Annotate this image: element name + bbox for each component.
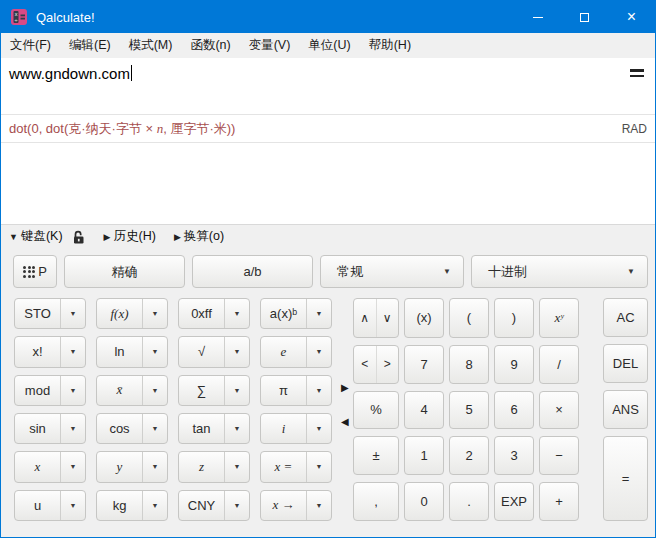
key-mean[interactable]: x̄▼ bbox=[96, 375, 168, 406]
close-button[interactable]: × bbox=[608, 1, 655, 33]
key-4[interactable]: 4 bbox=[404, 391, 444, 430]
equals-menu-icon[interactable] bbox=[630, 69, 644, 77]
key-exp[interactable]: EXP bbox=[494, 482, 534, 521]
dropdown-arrow-icon[interactable]: ▼ bbox=[60, 414, 85, 443]
dropdown-arrow-icon[interactable]: ▼ bbox=[60, 299, 85, 328]
menu-mode[interactable]: 模式(M) bbox=[120, 33, 182, 58]
key-multiply[interactable]: × bbox=[539, 391, 579, 430]
key-sum[interactable]: ∑▼ bbox=[178, 375, 250, 406]
menu-file[interactable]: 文件(F) bbox=[1, 33, 60, 58]
dropdown-arrow-icon[interactable]: ▼ bbox=[306, 491, 331, 520]
menu-variables[interactable]: 变量(V) bbox=[240, 33, 300, 58]
left-arrow-icon[interactable]: < bbox=[354, 346, 376, 383]
key-pi[interactable]: π▼ bbox=[260, 375, 332, 406]
key-tan[interactable]: tan▼ bbox=[178, 413, 250, 444]
key-power[interactable]: xʸ bbox=[539, 298, 579, 338]
key-0[interactable]: 0 bbox=[404, 482, 444, 521]
dropdown-arrow-icon[interactable]: ▼ bbox=[142, 491, 167, 520]
dropdown-arrow-icon[interactable]: ▼ bbox=[60, 376, 85, 405]
key-comma[interactable]: , bbox=[353, 482, 399, 521]
display-mode-dropdown[interactable]: 常规 ▼ bbox=[320, 255, 464, 288]
key-9[interactable]: 9 bbox=[494, 345, 534, 384]
keyboard-panel-toggle[interactable]: ▼ 键盘(K) bbox=[9, 228, 63, 245]
key-7[interactable]: 7 bbox=[404, 345, 444, 384]
key-close-paren[interactable]: ) bbox=[494, 298, 534, 338]
dropdown-arrow-icon[interactable]: ▼ bbox=[306, 414, 331, 443]
history-panel-toggle[interactable]: ▶ 历史(H) bbox=[104, 228, 156, 245]
dropdown-arrow-icon[interactable]: ▼ bbox=[224, 491, 249, 520]
dropdown-arrow-icon[interactable]: ▼ bbox=[224, 376, 249, 405]
key-sin[interactable]: sin▼ bbox=[14, 413, 86, 444]
number-base-dropdown[interactable]: 十进制 ▼ bbox=[471, 255, 648, 288]
key-mod[interactable]: mod▼ bbox=[14, 375, 86, 406]
key-open-paren[interactable]: ( bbox=[449, 298, 489, 338]
key-unit-u[interactable]: u▼ bbox=[14, 490, 86, 521]
dropdown-arrow-icon[interactable]: ▼ bbox=[224, 337, 249, 366]
dropdown-arrow-icon[interactable]: ▼ bbox=[306, 452, 331, 481]
dropdown-arrow-icon[interactable]: ▼ bbox=[60, 452, 85, 481]
down-arrow-icon[interactable]: ∨ bbox=[376, 299, 399, 337]
key-1[interactable]: 1 bbox=[404, 436, 444, 475]
dropdown-arrow-icon[interactable]: ▼ bbox=[60, 337, 85, 366]
key-sto[interactable]: STO▼ bbox=[14, 298, 86, 329]
key-3[interactable]: 3 bbox=[494, 436, 534, 475]
key-8[interactable]: 8 bbox=[449, 345, 489, 384]
key-decimal-point[interactable]: . bbox=[449, 482, 489, 521]
menu-edit[interactable]: 编辑(E) bbox=[60, 33, 120, 58]
dropdown-arrow-icon[interactable]: ▼ bbox=[142, 337, 167, 366]
maximize-button[interactable] bbox=[561, 1, 608, 33]
up-arrow-icon[interactable]: ∧ bbox=[354, 299, 376, 337]
key-percent[interactable]: % bbox=[353, 391, 399, 430]
menu-help[interactable]: 帮助(H) bbox=[360, 33, 420, 58]
dropdown-arrow-icon[interactable]: ▼ bbox=[224, 414, 249, 443]
dropdown-arrow-icon[interactable]: ▼ bbox=[224, 299, 249, 328]
key-unit-kg[interactable]: kg▼ bbox=[96, 490, 168, 521]
key-i[interactable]: i▼ bbox=[260, 413, 332, 444]
key-fx[interactable]: f(x)▼ bbox=[96, 298, 168, 329]
dropdown-arrow-icon[interactable]: ▼ bbox=[306, 337, 331, 366]
key-add[interactable]: + bbox=[539, 482, 579, 521]
convert-panel-toggle[interactable]: ▶ 换算(o) bbox=[174, 228, 224, 245]
key-parenthesize[interactable]: (x) bbox=[404, 298, 444, 338]
key-ln[interactable]: ln▼ bbox=[96, 336, 168, 367]
cursor-left-right-key[interactable]: < > bbox=[353, 345, 399, 384]
key-equals[interactable]: = bbox=[603, 436, 648, 521]
collapse-left-arrow-icon[interactable]: ◀ bbox=[341, 417, 349, 427]
dropdown-arrow-icon[interactable]: ▼ bbox=[306, 376, 331, 405]
key-ac[interactable]: AC bbox=[603, 298, 648, 337]
key-hex[interactable]: 0xff▼ bbox=[178, 298, 250, 329]
key-sqrt[interactable]: √▼ bbox=[178, 336, 250, 367]
dropdown-arrow-icon[interactable]: ▼ bbox=[142, 299, 167, 328]
menu-functions[interactable]: 函数(n) bbox=[181, 33, 239, 58]
fraction-mode-button[interactable]: a/b bbox=[192, 255, 313, 288]
dropdown-arrow-icon[interactable]: ▼ bbox=[142, 376, 167, 405]
key-2[interactable]: 2 bbox=[449, 436, 489, 475]
key-divide[interactable]: / bbox=[539, 345, 579, 384]
expand-right-arrow-icon[interactable]: ▶ bbox=[341, 383, 349, 393]
key-6[interactable]: 6 bbox=[494, 391, 534, 430]
key-x-equals[interactable]: x =▼ bbox=[260, 451, 332, 482]
expression-input[interactable]: www.gndown.com bbox=[1, 58, 655, 114]
key-ans[interactable]: ANS bbox=[603, 390, 648, 429]
minimize-button[interactable] bbox=[514, 1, 561, 33]
key-x[interactable]: x▼ bbox=[14, 451, 86, 482]
dropdown-arrow-icon[interactable]: ▼ bbox=[142, 452, 167, 481]
key-currency-cny[interactable]: CNY▼ bbox=[178, 490, 250, 521]
right-arrow-icon[interactable]: > bbox=[376, 346, 399, 383]
dropdown-arrow-icon[interactable]: ▼ bbox=[142, 414, 167, 443]
dropdown-arrow-icon[interactable]: ▼ bbox=[224, 452, 249, 481]
key-del[interactable]: DEL bbox=[603, 344, 648, 383]
cursor-up-down-key[interactable]: ∧ ∨ bbox=[353, 298, 399, 338]
key-plus-minus[interactable]: ± bbox=[353, 436, 399, 475]
key-power-base[interactable]: a(x)ᵇ▼ bbox=[260, 298, 332, 329]
history-area[interactable] bbox=[1, 143, 655, 224]
dropdown-arrow-icon[interactable]: ▼ bbox=[306, 299, 331, 328]
lock-keypad-icon[interactable] bbox=[73, 230, 86, 244]
key-factorial[interactable]: x!▼ bbox=[14, 336, 86, 367]
key-z[interactable]: z▼ bbox=[178, 451, 250, 482]
exact-mode-button[interactable]: 精确 bbox=[64, 255, 185, 288]
key-y[interactable]: y▼ bbox=[96, 451, 168, 482]
key-e[interactable]: e▼ bbox=[260, 336, 332, 367]
key-convert-to[interactable]: x →▼ bbox=[260, 490, 332, 521]
key-subtract[interactable]: − bbox=[539, 436, 579, 475]
